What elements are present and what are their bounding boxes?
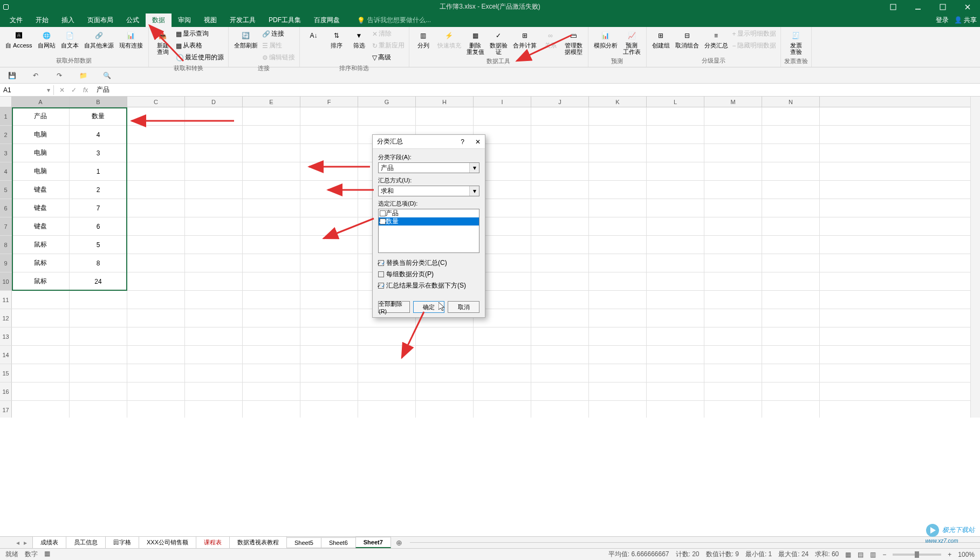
cell[interactable] xyxy=(185,327,243,345)
subtotal-button[interactable]: ≡分类汇总 xyxy=(702,28,730,50)
cell[interactable] xyxy=(127,199,185,217)
function-select[interactable]: 求和▾ xyxy=(378,186,479,196)
spreadsheet-grid[interactable]: A B C D E F G H I J K L M N 1产品数量2电脑43电脑… xyxy=(0,97,980,418)
row-header[interactable]: 12 xyxy=(0,309,12,327)
cell[interactable] xyxy=(358,401,416,418)
cell[interactable] xyxy=(243,199,300,217)
cell[interactable] xyxy=(127,254,185,272)
cell[interactable] xyxy=(589,126,647,144)
cell[interactable] xyxy=(243,346,300,364)
tab-file[interactable]: 文件 xyxy=(3,13,29,27)
cell[interactable] xyxy=(647,107,704,125)
cell[interactable] xyxy=(531,291,589,309)
cell[interactable] xyxy=(70,383,127,400)
cell[interactable] xyxy=(416,346,474,364)
horizontal-scrollbar[interactable] xyxy=(410,542,980,543)
cell[interactable] xyxy=(185,383,243,400)
cell[interactable] xyxy=(127,162,185,180)
refresh-all-button[interactable]: 🔄全部刷新 xyxy=(232,28,260,50)
cell[interactable] xyxy=(531,181,589,199)
cell[interactable] xyxy=(70,401,127,418)
column-header[interactable]: N xyxy=(762,97,820,107)
cell[interactable] xyxy=(704,254,762,272)
cell[interactable] xyxy=(762,236,820,254)
cell[interactable] xyxy=(531,107,589,125)
cell[interactable] xyxy=(127,236,185,254)
cell[interactable] xyxy=(589,217,647,235)
undo-icon[interactable]: ↶ xyxy=(30,70,41,81)
cell[interactable] xyxy=(589,236,647,254)
text-to-columns-button[interactable]: ▥分列 xyxy=(413,28,434,50)
row-header[interactable]: 8 xyxy=(0,236,12,254)
row-header[interactable]: 15 xyxy=(0,364,12,382)
row-header[interactable]: 4 xyxy=(0,162,12,180)
cell[interactable] xyxy=(70,346,127,364)
vertical-scrollbar[interactable] xyxy=(970,97,980,418)
row-header[interactable]: 7 xyxy=(0,217,12,235)
manage-data-model-button[interactable]: 🗃管理数 据模型 xyxy=(563,28,585,56)
cell[interactable] xyxy=(300,162,358,180)
cell[interactable] xyxy=(127,107,185,125)
cell[interactable] xyxy=(474,107,531,125)
list-item[interactable]: 产品 xyxy=(379,209,479,217)
summary-below-checkbox[interactable]: ✓汇总结果显示在数据下方(S) xyxy=(378,281,479,290)
cell[interactable] xyxy=(416,383,474,400)
cell[interactable] xyxy=(704,236,762,254)
sheet-tab[interactable]: 成绩表 xyxy=(32,536,66,549)
tab-formulas[interactable]: 公式 xyxy=(120,13,146,27)
cell[interactable] xyxy=(185,144,243,162)
cell[interactable] xyxy=(185,401,243,418)
cell[interactable] xyxy=(243,162,300,180)
cell[interactable] xyxy=(531,236,589,254)
column-header[interactable]: L xyxy=(647,97,704,107)
cell[interactable] xyxy=(185,236,243,254)
tab-data[interactable]: 数据 xyxy=(146,13,172,27)
cell[interactable] xyxy=(704,327,762,345)
row-header[interactable]: 14 xyxy=(0,346,12,364)
cell[interactable] xyxy=(127,126,185,144)
cell[interactable] xyxy=(647,144,704,162)
cell[interactable] xyxy=(762,401,820,418)
cell[interactable] xyxy=(358,327,416,345)
zoom-in-icon[interactable]: + xyxy=(948,551,951,558)
cell[interactable] xyxy=(185,254,243,272)
cell[interactable] xyxy=(12,309,70,327)
column-header[interactable]: F xyxy=(300,97,358,107)
column-header[interactable]: E xyxy=(243,97,300,107)
cell[interactable] xyxy=(127,327,185,345)
cell[interactable]: 鼠标 xyxy=(12,254,70,272)
cell[interactable]: 4 xyxy=(70,126,127,144)
cell[interactable] xyxy=(70,309,127,327)
add-sheet-button[interactable]: ⊕ xyxy=(394,538,405,547)
cell[interactable]: 3 xyxy=(70,144,127,162)
cell[interactable] xyxy=(243,272,300,290)
sort-az-button[interactable]: A↓ xyxy=(303,28,325,43)
items-listbox[interactable]: 产品 ✓数量 xyxy=(378,209,479,253)
cell[interactable] xyxy=(300,181,358,199)
cell[interactable] xyxy=(243,217,300,235)
cell[interactable] xyxy=(243,107,300,125)
cell[interactable]: 键盘 xyxy=(12,199,70,217)
cell[interactable] xyxy=(589,199,647,217)
cell[interactable] xyxy=(185,272,243,290)
cell[interactable] xyxy=(762,144,820,162)
cell[interactable] xyxy=(531,162,589,180)
cell[interactable] xyxy=(531,383,589,400)
sheet-tab[interactable]: Sheet7 xyxy=(355,537,391,548)
cell[interactable] xyxy=(127,346,185,364)
cell[interactable] xyxy=(243,327,300,345)
cell[interactable] xyxy=(762,383,820,400)
cell[interactable] xyxy=(300,126,358,144)
cell[interactable] xyxy=(474,401,531,418)
cell[interactable] xyxy=(185,162,243,180)
cell[interactable] xyxy=(12,383,70,400)
close-icon[interactable] xyxy=(955,0,980,13)
cell[interactable] xyxy=(704,144,762,162)
remove-duplicates-button[interactable]: ▦删除 重复值 xyxy=(464,28,486,56)
column-header[interactable]: G xyxy=(358,97,416,107)
replace-checkbox[interactable]: ✓替换当前分类汇总(C) xyxy=(378,258,479,268)
column-header[interactable]: B xyxy=(70,97,127,107)
advanced-filter-button[interactable]: ▽高级 xyxy=(371,52,406,63)
cell[interactable] xyxy=(647,364,704,382)
cell[interactable] xyxy=(589,291,647,309)
